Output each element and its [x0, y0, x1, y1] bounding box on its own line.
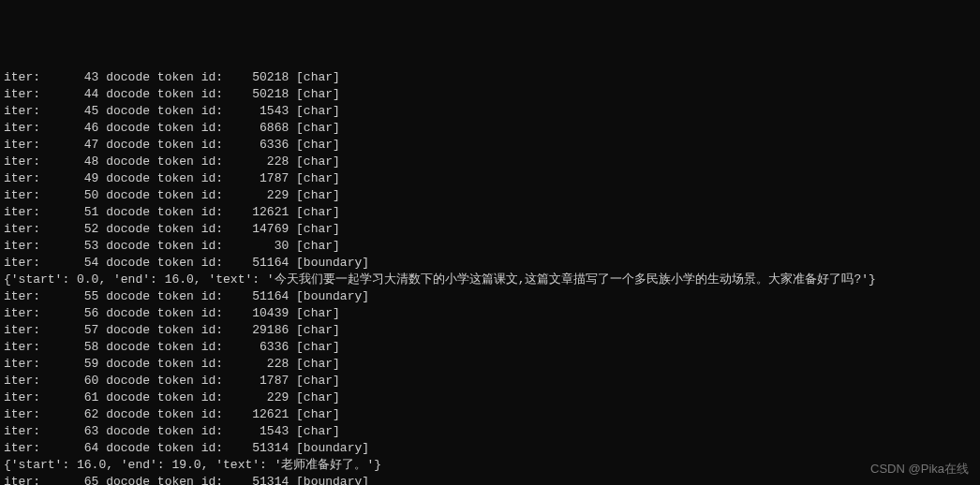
terminal-line: iter: 61 docode token id: 229 [char] — [4, 389, 976, 406]
terminal-line: iter: 44 docode token id: 50218 [char] — [4, 86, 976, 103]
terminal-line: iter: 45 docode token id: 1543 [char] — [4, 103, 976, 120]
terminal-line: {'start': 0.0, 'end': 16.0, 'text': '今天我… — [4, 272, 976, 288]
terminal-line: iter: 63 docode token id: 1543 [char] — [4, 423, 976, 440]
terminal-line: iter: 47 docode token id: 6336 [char] — [4, 137, 976, 154]
terminal-line: iter: 56 docode token id: 10439 [char] — [4, 305, 976, 322]
terminal-line: iter: 51 docode token id: 12621 [char] — [4, 204, 976, 221]
terminal-line: iter: 62 docode token id: 12621 [char] — [4, 406, 976, 423]
terminal-line: iter: 43 docode token id: 50218 [char] — [4, 69, 976, 86]
terminal-line: iter: 49 docode token id: 1787 [char] — [4, 170, 976, 187]
terminal-line: iter: 60 docode token id: 1787 [char] — [4, 373, 976, 389]
terminal-line: iter: 50 docode token id: 229 [char] — [4, 187, 976, 204]
terminal-line: {'start': 16.0, 'end': 19.0, 'text': '老师… — [4, 457, 976, 474]
terminal-line: iter: 52 docode token id: 14769 [char] — [4, 221, 976, 238]
terminal-line: iter: 48 docode token id: 228 [char] — [4, 154, 976, 170]
terminal-line: iter: 46 docode token id: 6868 [char] — [4, 120, 976, 137]
terminal-output: iter: 43 docode token id: 50218 [char]it… — [4, 69, 976, 485]
terminal-line: iter: 65 docode token id: 51314 [boundar… — [4, 474, 976, 485]
terminal-line: iter: 58 docode token id: 6336 [char] — [4, 339, 976, 356]
terminal-line: iter: 57 docode token id: 29186 [char] — [4, 322, 976, 339]
terminal-line: iter: 54 docode token id: 51164 [boundar… — [4, 255, 976, 272]
terminal-line: iter: 59 docode token id: 228 [char] — [4, 356, 976, 373]
terminal-line: iter: 53 docode token id: 30 [char] — [4, 238, 976, 255]
terminal-line: iter: 64 docode token id: 51314 [boundar… — [4, 440, 976, 457]
watermark: CSDN @Pika在线 — [870, 461, 969, 478]
terminal-line: iter: 55 docode token id: 51164 [boundar… — [4, 288, 976, 305]
